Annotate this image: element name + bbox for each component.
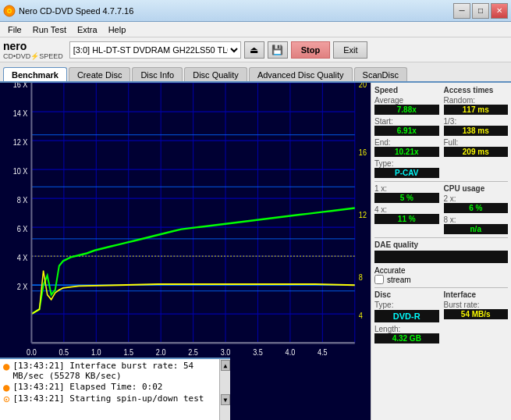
minimize-button[interactable]: ─ xyxy=(453,3,470,19)
nero-logo: nero CD•DVD⚡SPEED xyxy=(3,40,63,60)
log-text-1: [13:43:21] Interface burst rate: 54 MB/s… xyxy=(12,361,227,381)
dae-section: DAE quality Accurate stream xyxy=(374,237,508,284)
tab-advanced-disc-quality[interactable]: Advanced Disc Quality xyxy=(249,67,353,81)
end-value: 10.21x xyxy=(374,147,439,157)
end-label: End: xyxy=(374,138,439,147)
save-button[interactable]: 💾 xyxy=(268,41,288,59)
window-title: Nero CD-DVD Speed 4.7.7.16 xyxy=(19,6,133,16)
accurate-stream-row: Accurate xyxy=(374,266,508,275)
cpu-4x-label: 4 x: xyxy=(374,205,439,214)
log-text-3: [13:43:21] Starting spin-up/down test xyxy=(12,393,204,404)
random-label: Random: xyxy=(444,96,509,105)
stop-button[interactable]: Stop xyxy=(291,41,330,59)
access-section: Access times Random: 117 ms 1/3: 138 ms … xyxy=(444,86,509,178)
disc-type-value: DVD-R xyxy=(374,310,439,322)
log-entry-2: ● [13:43:21] Elapsed Time: 0:02 xyxy=(3,382,227,393)
menu-extra[interactable]: Extra xyxy=(73,23,102,36)
cpu-8x-label: 8 x: xyxy=(444,215,509,224)
dae-bar xyxy=(374,251,508,263)
svg-text:8 X: 8 X xyxy=(17,195,28,205)
access-header: Access times xyxy=(444,86,509,94)
svg-text:3.5: 3.5 xyxy=(253,347,263,357)
svg-text:8: 8 xyxy=(359,272,363,282)
svg-text:14 X: 14 X xyxy=(13,109,28,118)
accurate-stream-checkbox[interactable] xyxy=(374,275,384,284)
interface-header: Interface xyxy=(444,290,509,299)
tab-disc-info[interactable]: Disc Info xyxy=(132,67,183,81)
disc-length-value: 4.32 GB xyxy=(374,333,439,343)
cpu-left: 1 x: 5 % 4 x: 11 % xyxy=(374,184,439,234)
cpu-1x-label: 1 x: xyxy=(374,184,439,193)
svg-text:16: 16 xyxy=(359,148,367,157)
tab-scandisc[interactable]: ScanDisc xyxy=(354,67,407,81)
eject-button[interactable]: ⏏ xyxy=(244,41,264,59)
svg-text:2.5: 2.5 xyxy=(188,347,198,357)
start-value: 6.91x xyxy=(374,126,439,136)
svg-text:4: 4 xyxy=(359,311,363,321)
svg-text:6 X: 6 X xyxy=(17,224,28,233)
svg-text:2 X: 2 X xyxy=(17,283,28,292)
chart-area: 16 X 14 X 12 X 10 X 8 X 6 X 4 X 2 X 20 1… xyxy=(0,83,371,420)
type-label: Type: xyxy=(374,159,439,168)
burst-value: 54 MB/s xyxy=(444,309,509,319)
cpu-header: CPU usage xyxy=(444,184,509,193)
disc-header: Disc xyxy=(374,290,439,299)
title-bar: Nero CD-DVD Speed 4.7.7.16 ─ □ ✕ xyxy=(0,0,511,22)
close-button[interactable]: ✕ xyxy=(491,3,508,19)
main-content: 16 X 14 X 12 X 10 X 8 X 6 X 4 X 2 X 20 1… xyxy=(0,83,511,420)
toolbar: nero CD•DVD⚡SPEED [3:0] HL-DT-ST DVDRAM … xyxy=(0,37,511,62)
cpu-4x-value: 11 % xyxy=(374,214,439,224)
svg-text:3.0: 3.0 xyxy=(221,347,231,357)
one-third-label: 1/3: xyxy=(444,117,509,126)
exit-button[interactable]: Exit xyxy=(333,41,367,59)
tab-benchmark[interactable]: Benchmark xyxy=(3,67,67,81)
stream-row: stream xyxy=(374,275,508,284)
interface-section: Interface Burst rate: 54 MB/s xyxy=(444,290,509,343)
cpu-2x-label: 2 x: xyxy=(444,194,509,203)
type-value: P-CAV xyxy=(374,168,439,178)
app-icon xyxy=(3,5,16,17)
svg-text:16 X: 16 X xyxy=(13,83,28,89)
svg-text:4 X: 4 X xyxy=(17,253,28,262)
svg-text:20: 20 xyxy=(359,83,367,89)
log-scrollbar[interactable]: ▲ ▼ xyxy=(219,359,230,420)
start-label: Start: xyxy=(374,117,439,126)
drive-selector[interactable]: [3:0] HL-DT-ST DVDRAM GH22LS50 TL03 xyxy=(69,41,241,59)
cpu-1x-value: 5 % xyxy=(374,193,439,203)
log-text-2: [13:43:21] Elapsed Time: 0:02 xyxy=(12,382,162,392)
nero-brand: nero xyxy=(3,40,63,52)
menu-help[interactable]: Help xyxy=(104,23,131,36)
menu-file[interactable]: File xyxy=(3,23,27,36)
log-bullet-3: ⊙ xyxy=(3,393,9,404)
accurate-label: Accurate xyxy=(374,266,405,275)
tab-create-disc[interactable]: Create Disc xyxy=(69,67,130,81)
tab-disc-quality[interactable]: Disc Quality xyxy=(184,67,247,81)
svg-text:0.5: 0.5 xyxy=(59,347,69,357)
cpu-2x-value: 6 % xyxy=(444,203,509,213)
svg-text:12 X: 12 X xyxy=(13,137,28,147)
dae-header: DAE quality xyxy=(374,240,508,249)
log-entry-3: ⊙ [13:43:21] Starting spin-up/down test xyxy=(3,393,227,404)
window-controls: ─ □ ✕ xyxy=(453,3,508,19)
burst-label: Burst rate: xyxy=(444,301,509,309)
disc-type-label: Type: xyxy=(374,301,439,309)
menu-run-test[interactable]: Run Test xyxy=(28,23,71,36)
log-bullet-1: ● xyxy=(3,361,9,372)
average-label: Average xyxy=(374,96,439,105)
svg-text:2.0: 2.0 xyxy=(156,347,166,357)
product-name: CD•DVD⚡SPEED xyxy=(3,52,63,60)
svg-point-2 xyxy=(9,9,11,12)
speed-section: Speed Average 7.88x Start: 6.91x End: 10… xyxy=(374,86,439,178)
cpu-section: 1 x: 5 % 4 x: 11 % CPU usage 2 x: 6 % 8 … xyxy=(374,181,508,234)
speed-access-section: Speed Average 7.88x Start: 6.91x End: 10… xyxy=(374,86,508,178)
random-value: 117 ms xyxy=(444,105,509,115)
cpu-right: CPU usage 2 x: 6 % 8 x: n/a xyxy=(444,184,509,234)
disc-left: Disc Type: DVD-R Length: 4.32 GB xyxy=(374,290,439,343)
svg-text:4.0: 4.0 xyxy=(286,347,296,357)
log-bullet-2: ● xyxy=(3,382,9,393)
svg-text:1.5: 1.5 xyxy=(123,347,133,357)
speed-header: Speed xyxy=(374,86,439,94)
cpu-8x-value: n/a xyxy=(444,224,509,234)
maximize-button[interactable]: □ xyxy=(472,3,489,19)
side-panel: Speed Average 7.88x Start: 6.91x End: 10… xyxy=(371,83,511,420)
